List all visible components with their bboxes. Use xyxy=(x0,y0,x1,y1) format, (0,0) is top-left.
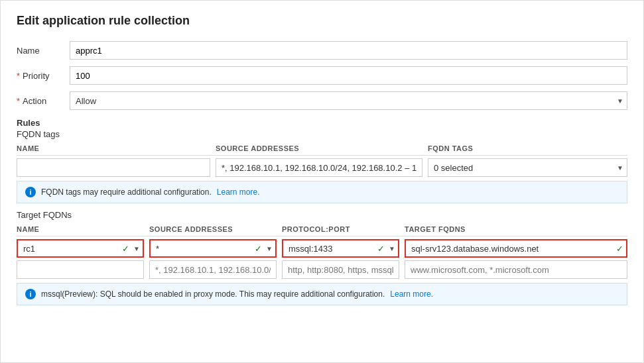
tgt-name-input-2[interactable] xyxy=(17,260,144,279)
target-info-text: mssql(Preview): SQL should be enabled in… xyxy=(41,289,385,299)
priority-label: *Priority xyxy=(17,71,70,81)
name-row: Name xyxy=(17,41,627,60)
action-select[interactable]: Allow Deny xyxy=(70,91,627,110)
priority-required-star: * xyxy=(17,71,20,81)
action-label: *Action xyxy=(17,96,70,106)
fqdn-col-name: NAME xyxy=(17,144,216,152)
target-info-icon: i xyxy=(25,289,36,299)
tgt-src-select-1[interactable]: * xyxy=(149,239,277,258)
tgt-col-proto: PROTOCOL:PORT xyxy=(282,225,405,233)
target-info-bar: i mssql(Preview): SQL should be enabled … xyxy=(17,283,627,305)
tgt-col-name: NAME xyxy=(17,225,149,233)
target-fqdns-table: NAME SOURCE ADDRESSES PROTOCOL:PORT TARG… xyxy=(17,225,627,279)
fqdn-source-input[interactable] xyxy=(216,158,422,177)
fqdn-learn-more-link[interactable]: Learn more. xyxy=(217,187,260,197)
tgt-name-select-1[interactable]: rc1 xyxy=(17,239,144,258)
priority-input[interactable] xyxy=(70,66,627,85)
tgt-name-dropdown-cell-1: rc1 ✓ ▼ xyxy=(17,239,144,258)
tgt-proto-input-2[interactable] xyxy=(282,260,399,279)
fqdn-name-input[interactable] xyxy=(17,158,210,177)
tgt-proto-select-1[interactable]: mssql:1433 xyxy=(282,239,399,258)
fqdn-tags-row: 0 selected ▼ xyxy=(17,158,627,177)
name-input[interactable] xyxy=(70,41,627,60)
fqdn-tags-header: NAME SOURCE ADDRESSES FQDN TAGS xyxy=(17,144,627,156)
tgt-src-input-2[interactable] xyxy=(149,260,277,279)
tgt-col-target: TARGET FQDNS xyxy=(405,225,627,233)
target-fqdns-header: NAME SOURCE ADDRESSES PROTOCOL:PORT TARG… xyxy=(17,225,627,236)
tgt-col-src: SOURCE ADDRESSES xyxy=(149,225,282,233)
tgt-target-input-2[interactable] xyxy=(405,260,627,279)
target-fqdns-label: Target FQDNs xyxy=(17,210,627,220)
name-label: Name xyxy=(17,46,70,56)
target-fqdns-row-2 xyxy=(17,260,627,279)
action-row: *Action Allow Deny ▼ xyxy=(17,91,627,110)
tgt-target-checkmark-1: ✓ xyxy=(616,244,623,254)
fqdn-info-text: FQDN tags may require additional configu… xyxy=(41,187,212,197)
fqdn-tags-label: FQDN tags xyxy=(17,129,627,139)
priority-row: *Priority xyxy=(17,66,627,85)
page-title: Edit application rule collection xyxy=(17,14,627,28)
fqdn-col-src: SOURCE ADDRESSES xyxy=(216,144,428,152)
fqdn-info-icon: i xyxy=(25,187,36,197)
rules-label: Rules xyxy=(17,118,627,128)
target-learn-more-link[interactable]: Learn more. xyxy=(390,289,433,299)
fqdn-col-tags: FQDN TAGS xyxy=(428,144,627,152)
tgt-proto-dropdown-cell-1: mssql:1433 ✓ ▼ xyxy=(282,239,399,258)
tgt-target-input-1[interactable] xyxy=(405,239,627,258)
fqdn-tags-dropdown-cell: 0 selected ▼ xyxy=(428,158,627,177)
fqdn-tags-select[interactable]: 0 selected xyxy=(428,158,627,177)
tgt-src-dropdown-cell-1: * ✓ ▼ xyxy=(149,239,277,258)
action-required-star: * xyxy=(17,96,20,106)
target-fqdns-row-1: rc1 ✓ ▼ * ✓ ▼ mssql:1433 xyxy=(17,239,627,258)
fqdn-info-bar: i FQDN tags may require additional confi… xyxy=(17,181,627,203)
fqdn-tags-table: NAME SOURCE ADDRESSES FQDN TAGS 0 select… xyxy=(17,144,627,177)
